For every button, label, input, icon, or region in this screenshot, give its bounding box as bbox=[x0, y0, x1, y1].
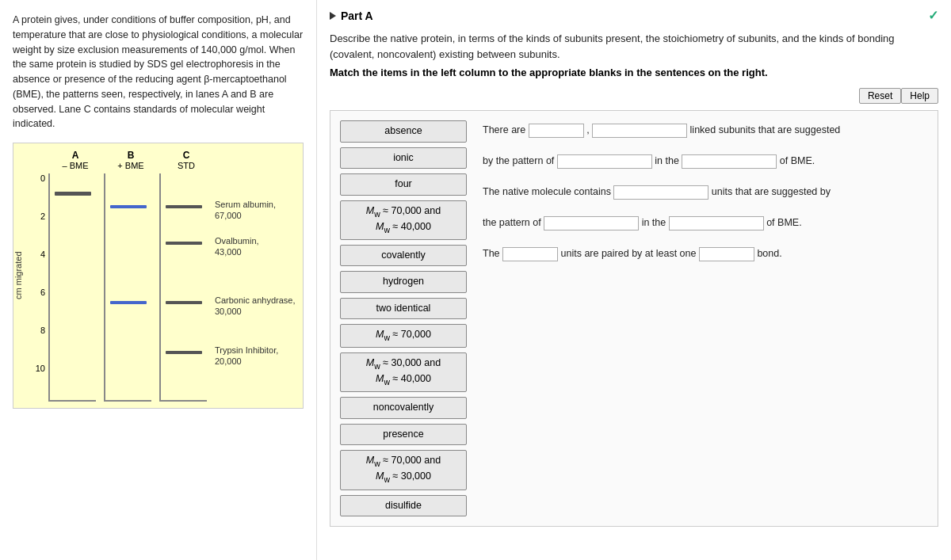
s5-text3: bond. bbox=[757, 248, 781, 259]
drag-items-list: absence ionic four Mw ≈ 70,000 andMw ≈ 4… bbox=[340, 120, 467, 516]
drag-item-ionic[interactable]: ionic bbox=[340, 147, 467, 170]
lane-c bbox=[159, 173, 207, 402]
s5-text1: The bbox=[483, 248, 502, 259]
band-c-4 bbox=[166, 351, 202, 354]
col-c-label: C bbox=[162, 150, 210, 161]
s1-comma: , bbox=[586, 124, 592, 135]
blank-2a[interactable] bbox=[557, 154, 652, 169]
gel-container: cm migrated A – BME B + BME C STD bbox=[13, 143, 304, 409]
blank-4b[interactable] bbox=[669, 216, 764, 230]
blank-4a[interactable] bbox=[544, 216, 639, 230]
left-panel: A protein gives, under conditions of buf… bbox=[0, 0, 317, 560]
tick-4: 4 bbox=[40, 250, 45, 288]
sentence-4: the pattern of in the of BME. bbox=[483, 213, 928, 233]
sentence-1: There are , linked subunits that are sug… bbox=[483, 120, 928, 140]
instruction1: Describe the native protein, in terms of… bbox=[330, 31, 938, 62]
drag-item-two-identical[interactable]: two identical bbox=[340, 298, 467, 320]
blank-3a[interactable] bbox=[613, 185, 708, 200]
col-b-sub: + BME bbox=[107, 161, 155, 170]
drag-item-mw70-40[interactable]: Mw ≈ 70,000 andMw ≈ 40,000 bbox=[340, 200, 467, 240]
col-c-sub: STD bbox=[162, 161, 210, 170]
match-area-outer: Reset Help absence ionic four Mw ≈ 70,00… bbox=[330, 88, 938, 527]
reset-help-row: Reset Help bbox=[330, 88, 938, 104]
drag-item-hydrogen[interactable]: hydrogen bbox=[340, 271, 467, 293]
std-label-4: Trypsin Inhibitor,20,000 bbox=[215, 345, 278, 368]
check-icon: ✓ bbox=[928, 8, 938, 23]
blank-1a[interactable] bbox=[529, 124, 584, 138]
reset-button[interactable]: Reset bbox=[859, 88, 901, 104]
right-sentences: There are , linked subunits that are sug… bbox=[483, 120, 928, 516]
sentence-2: by the pattern of in the of BME. bbox=[483, 151, 928, 171]
y-axis-label: cm migrated bbox=[13, 150, 23, 402]
match-area: absence ionic four Mw ≈ 70,000 andMw ≈ 4… bbox=[330, 110, 938, 527]
col-b-label: B bbox=[107, 150, 155, 161]
blank-5b[interactable] bbox=[699, 247, 754, 261]
instruction2: Match the items in the left column to th… bbox=[330, 67, 938, 78]
drag-item-mw70[interactable]: Mw ≈ 70,000 bbox=[340, 324, 467, 348]
s1-text2: linked subunits that are suggested bbox=[690, 124, 841, 135]
s2-text2: in the bbox=[655, 155, 682, 166]
s3-text2: units that are suggested by bbox=[712, 186, 831, 197]
standards-labels: Serum albumin,67,000 Ovalbumin,43,000 Ca… bbox=[215, 173, 318, 402]
drag-item-four[interactable]: four bbox=[340, 173, 467, 196]
drag-item-disulfide[interactable]: disulfide bbox=[340, 495, 467, 517]
drag-item-mw30-40[interactable]: Mw ≈ 30,000 andMw ≈ 40,000 bbox=[340, 352, 467, 392]
band-a-1 bbox=[55, 192, 91, 196]
collapse-icon[interactable] bbox=[330, 12, 336, 20]
help-button[interactable]: Help bbox=[901, 88, 938, 104]
s4-text1: the pattern of bbox=[483, 217, 544, 228]
gel-inner: A – BME B + BME C STD 0 2 4 6 bbox=[26, 150, 318, 402]
col-a-label: A bbox=[52, 150, 99, 161]
band-b-1 bbox=[110, 205, 147, 208]
lane-a bbox=[48, 173, 96, 402]
band-c-1 bbox=[166, 205, 202, 208]
drag-item-presence[interactable]: presence bbox=[340, 424, 467, 446]
lane-b bbox=[104, 173, 151, 402]
tick-0: 0 bbox=[40, 173, 45, 211]
s4-text2: in the bbox=[642, 217, 669, 228]
sentence-3: The native molecule contains units that … bbox=[483, 182, 928, 202]
right-panel: Part A ✓ Describe the native protein, in… bbox=[317, 0, 951, 560]
tick-2: 2 bbox=[40, 211, 45, 250]
s1-text1: There are bbox=[483, 124, 529, 135]
band-b-2 bbox=[110, 301, 147, 304]
std-label-1: Serum albumin,67,000 bbox=[215, 199, 276, 222]
sentence-5: The units are paired by at least one bon… bbox=[483, 244, 928, 264]
tick-6: 6 bbox=[40, 288, 45, 326]
blank-2b[interactable] bbox=[682, 154, 777, 169]
tick-10: 10 bbox=[36, 364, 45, 402]
std-label-2: Ovalbumin,43,000 bbox=[215, 235, 259, 258]
part-header: Part A ✓ bbox=[330, 8, 938, 23]
blank-1b[interactable] bbox=[592, 124, 687, 138]
part-label: Part A bbox=[341, 10, 373, 22]
band-c-3 bbox=[166, 301, 202, 304]
s2-text1: by the pattern of bbox=[483, 155, 557, 166]
drag-item-covalently[interactable]: covalently bbox=[340, 245, 467, 267]
s3-text1: The native molecule contains bbox=[483, 186, 613, 197]
col-a-sub: – BME bbox=[52, 161, 99, 170]
tick-8: 8 bbox=[40, 326, 45, 364]
problem-description: A protein gives, under conditions of buf… bbox=[13, 13, 304, 131]
s2-text3: of BME. bbox=[780, 155, 815, 166]
std-label-3: Carbonic anhydrase,30,000 bbox=[215, 295, 296, 318]
band-c-2 bbox=[166, 242, 202, 245]
drag-item-absence[interactable]: absence bbox=[340, 120, 467, 143]
drag-item-noncovalently[interactable]: noncovalently bbox=[340, 397, 467, 419]
blank-5a[interactable] bbox=[502, 247, 558, 261]
s4-text3: of BME. bbox=[766, 217, 801, 228]
drag-item-mw70-30[interactable]: Mw ≈ 70,000 andMw ≈ 30,000 bbox=[340, 450, 467, 490]
s5-text2: units are paired by at least one bbox=[561, 248, 699, 259]
